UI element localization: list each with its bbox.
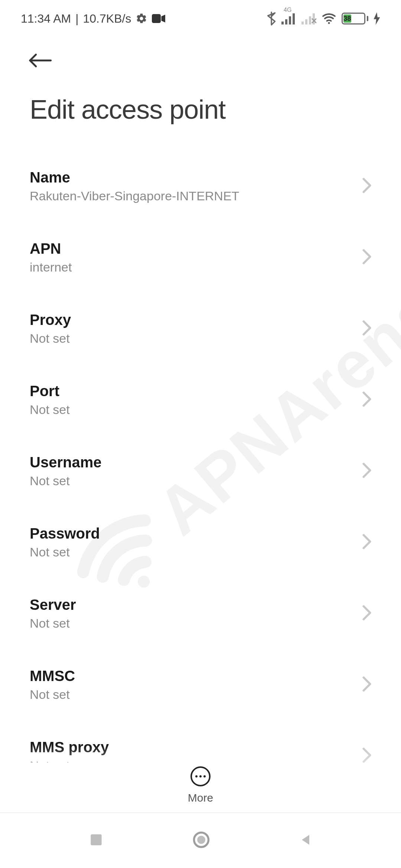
row-value: Not set xyxy=(30,545,100,559)
svg-rect-2 xyxy=(281,22,284,24)
row-label: Proxy xyxy=(30,312,71,328)
chevron-right-icon xyxy=(362,747,372,765)
bottom-action-bar: More xyxy=(0,763,401,804)
nav-home-button[interactable] xyxy=(192,830,211,851)
chevron-right-icon xyxy=(362,462,372,480)
row-apn[interactable]: APN internet xyxy=(0,222,401,293)
row-label: APN xyxy=(30,240,72,257)
row-port[interactable]: Port Not set xyxy=(0,364,401,435)
apn-fields-list: Name Rakuten-Viber-Singapore-INTERNET AP… xyxy=(0,151,401,792)
battery-indicator: 38 xyxy=(342,13,368,24)
nav-back-button[interactable] xyxy=(298,832,313,849)
nav-recents-button[interactable] xyxy=(88,832,104,849)
row-proxy[interactable]: Proxy Not set xyxy=(0,293,401,364)
row-value: Not set xyxy=(30,474,101,488)
status-bar: 11:34 AM | 10.7KB/s 4G 38 xyxy=(0,0,401,37)
svg-point-13 xyxy=(197,836,205,844)
svg-rect-8 xyxy=(309,16,311,24)
row-label: Server xyxy=(30,596,76,613)
row-value: internet xyxy=(30,260,72,274)
camera-icon xyxy=(152,14,165,23)
row-mmsc[interactable]: MMSC Not set xyxy=(0,649,401,720)
svg-rect-6 xyxy=(301,22,304,24)
signal-sim2-icon xyxy=(301,13,316,24)
row-label: MMS proxy xyxy=(30,739,109,756)
row-value: Not set xyxy=(30,616,76,631)
chevron-right-icon xyxy=(362,605,372,622)
chevron-right-icon xyxy=(362,676,372,694)
svg-rect-1 xyxy=(152,14,161,23)
signal-sim1-icon: 4G xyxy=(281,13,296,24)
row-password[interactable]: Password Not set xyxy=(0,507,401,578)
more-label: More xyxy=(188,792,213,804)
app-bar xyxy=(0,37,401,85)
svg-rect-4 xyxy=(289,16,291,24)
row-label: MMSC xyxy=(30,668,75,684)
chevron-right-icon xyxy=(362,177,372,195)
row-server[interactable]: Server Not set xyxy=(0,578,401,649)
charging-icon xyxy=(374,12,380,25)
svg-point-10 xyxy=(328,22,330,24)
status-separator: | xyxy=(75,12,78,26)
svg-rect-5 xyxy=(293,13,295,24)
row-value: Rakuten-Viber-Singapore-INTERNET xyxy=(30,189,239,203)
svg-rect-7 xyxy=(305,19,307,24)
row-name[interactable]: Name Rakuten-Viber-Singapore-INTERNET xyxy=(0,151,401,222)
chevron-right-icon xyxy=(362,391,372,409)
wifi-icon xyxy=(322,13,336,24)
chevron-right-icon xyxy=(362,249,372,266)
more-button[interactable] xyxy=(190,766,211,786)
row-value: Not set xyxy=(30,402,70,417)
row-label: Port xyxy=(30,383,70,400)
back-button[interactable] xyxy=(28,52,52,70)
row-value: Not set xyxy=(30,687,75,702)
status-speed: 10.7KB/s xyxy=(83,12,131,26)
row-label: Password xyxy=(30,525,100,542)
svg-rect-11 xyxy=(91,834,102,845)
row-value: Not set xyxy=(30,331,71,346)
bluetooth-icon xyxy=(267,11,276,26)
chevron-right-icon xyxy=(362,533,372,551)
status-time: 11:34 AM xyxy=(21,12,71,26)
row-username[interactable]: Username Not set xyxy=(0,435,401,507)
chevron-right-icon xyxy=(362,320,372,338)
gear-icon xyxy=(136,13,147,24)
svg-rect-3 xyxy=(285,19,287,24)
row-label: Username xyxy=(30,454,101,471)
system-nav-bar xyxy=(0,812,401,868)
page-title: Edit access point xyxy=(0,85,401,151)
row-label: Name xyxy=(30,169,239,186)
